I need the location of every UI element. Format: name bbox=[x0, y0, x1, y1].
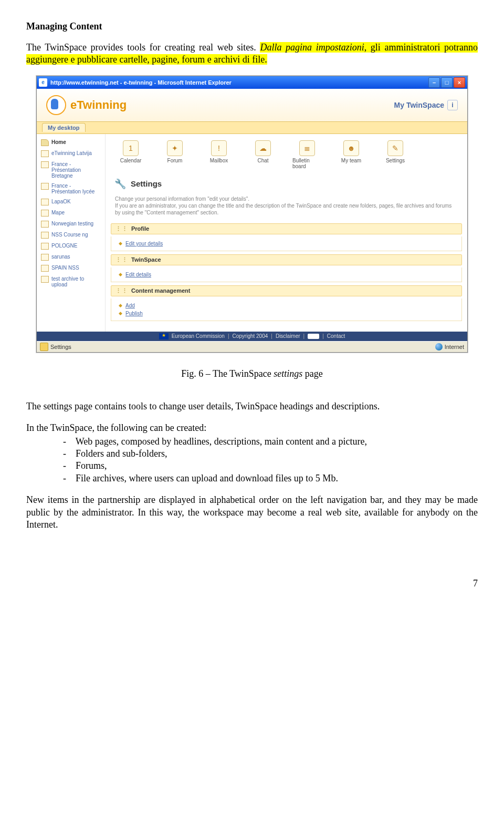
screenshot-window: e http://www.etwinning.net - e-twinning … bbox=[36, 76, 468, 353]
footer-logo-icon bbox=[308, 334, 319, 339]
my-twinspace-link[interactable]: My TwinSpace i bbox=[394, 100, 458, 110]
sidebar-item[interactable]: France - Présentation Bretagne bbox=[37, 159, 105, 181]
tool-mailbox[interactable]: !Mailbox bbox=[204, 140, 234, 169]
folder-icon bbox=[41, 232, 49, 239]
settings-heading: 🔧 Settings bbox=[111, 174, 462, 195]
section-profile-body: ◆Edit your details bbox=[111, 236, 462, 251]
tool-label: Calendar bbox=[120, 158, 142, 163]
wrench-icon: 🔧 bbox=[114, 178, 127, 190]
tool-label: Settings bbox=[386, 158, 405, 163]
settings-description: Change your personal information from "e… bbox=[111, 195, 462, 221]
sidebar-item[interactable]: sarunas bbox=[37, 252, 105, 263]
sidebar-item-home[interactable]: Home bbox=[37, 137, 105, 148]
tool-my-team[interactable]: ☻My team bbox=[337, 140, 366, 169]
content-pane: 1Calendar ✦Forum !Mailbox ☁Chat ≣Bulleti… bbox=[106, 134, 467, 332]
section-twinspace-body: ◆Edit details bbox=[111, 267, 462, 282]
bullet-item: - Folders and sub-folders, bbox=[63, 448, 478, 460]
sidebar-item[interactable]: Mape bbox=[37, 208, 105, 219]
chat-tool-icon: ☁ bbox=[255, 140, 271, 156]
logo: eTwinning bbox=[46, 95, 127, 115]
close-button[interactable]: × bbox=[454, 77, 465, 88]
calendar-icon: 1 bbox=[123, 140, 139, 156]
drag-handle-icon: ⋮⋮ bbox=[116, 256, 128, 263]
footer-disclaimer[interactable]: Disclaimer bbox=[276, 333, 300, 339]
tool-calendar[interactable]: 1Calendar bbox=[116, 140, 145, 169]
bullet-text: File archives, where users can upload an… bbox=[76, 473, 338, 483]
desc-line1: Change your personal information from "e… bbox=[115, 196, 249, 202]
bullet-intro: In the TwinSpace, the following can be c… bbox=[26, 422, 478, 434]
minimize-button[interactable]: – bbox=[428, 77, 440, 88]
figure-caption: Fig. 6 – The TwinSpace settings page bbox=[26, 368, 478, 379]
sidebar-item-label: sarunas bbox=[51, 254, 70, 260]
section-content-management: ⋮⋮Content management bbox=[111, 285, 462, 296]
sidebar-item[interactable]: NSS Course ng bbox=[37, 230, 105, 241]
my-twinspace-label: My TwinSpace bbox=[394, 101, 444, 109]
section-title: Content management bbox=[131, 287, 190, 294]
tool-settings[interactable]: ✎Settings bbox=[381, 140, 410, 169]
section-heading: Managing Content bbox=[26, 21, 478, 32]
tool-label: My team bbox=[341, 158, 361, 163]
sidebar-item[interactable]: POLOGNE bbox=[37, 241, 105, 252]
maximize-button[interactable]: □ bbox=[441, 77, 453, 88]
bullet-icon: ◆ bbox=[119, 272, 122, 277]
footer-ec: European Commission bbox=[172, 333, 225, 339]
bullet-item: - Web pages, composed by headlines, desc… bbox=[63, 436, 478, 448]
info-icon: i bbox=[447, 100, 458, 110]
page-number: 7 bbox=[26, 578, 478, 589]
sidebar-item[interactable]: Norwegian testing bbox=[37, 219, 105, 230]
bullet-list: - Web pages, composed by headlines, desc… bbox=[26, 436, 478, 485]
bullet-icon: ◆ bbox=[119, 311, 122, 316]
link-edit-details[interactable]: ◆Edit details bbox=[119, 271, 454, 279]
bullet-item: - File archives, where users can upload … bbox=[63, 472, 478, 485]
sidebar-item-label: France - Présentation lycée bbox=[51, 183, 101, 194]
home-icon bbox=[41, 139, 49, 146]
folder-icon bbox=[41, 265, 49, 272]
main-area: Home eTwinning Latvija France - Présenta… bbox=[37, 134, 467, 332]
banner: eTwinning My TwinSpace i bbox=[37, 89, 467, 122]
footer-contact[interactable]: Contact bbox=[327, 333, 345, 339]
team-icon: ☻ bbox=[343, 140, 359, 156]
sidebar-item[interactable]: LapaOK bbox=[37, 197, 105, 208]
intro-paragraph: The TwinSpace provides tools for creatin… bbox=[26, 42, 478, 66]
footer-sep: | bbox=[271, 333, 272, 339]
tool-label: Bulletin board bbox=[292, 158, 322, 169]
link-label: Edit details bbox=[125, 272, 151, 277]
section-twinspace: ⋮⋮TwinSpace bbox=[111, 254, 462, 265]
folder-icon bbox=[41, 243, 49, 250]
link-add[interactable]: ◆Add bbox=[119, 302, 454, 310]
sidebar-item[interactable]: SPAIN NSS bbox=[37, 263, 105, 274]
sidebar-item-label: Mape bbox=[51, 210, 65, 215]
section-profile: ⋮⋮Profile bbox=[111, 223, 462, 234]
window-titlebar: e http://www.etwinning.net - e-twinning … bbox=[37, 76, 467, 89]
top-tabs-bar: My desktop bbox=[37, 122, 467, 134]
section-title: Profile bbox=[131, 225, 149, 232]
tool-forum[interactable]: ✦Forum bbox=[160, 140, 190, 169]
drag-handle-icon: ⋮⋮ bbox=[116, 225, 128, 232]
logo-icon bbox=[46, 95, 66, 115]
tool-label: Mailbox bbox=[210, 158, 228, 163]
folder-icon bbox=[41, 183, 49, 190]
file-icon bbox=[41, 276, 49, 283]
sidebar-item[interactable]: France - Présentation lycée bbox=[37, 181, 105, 197]
section-content-management-body: ◆Add ◆Publish bbox=[111, 298, 462, 321]
status-text: Settings bbox=[50, 344, 71, 350]
para1-highlight-italic: Dalla pagina impostazioni bbox=[260, 42, 364, 53]
tool-bulletin-board[interactable]: ≣Bulletin board bbox=[292, 140, 322, 169]
sidebar-item[interactable]: eTwinning Latvija bbox=[37, 148, 105, 159]
link-publish[interactable]: ◆Publish bbox=[119, 310, 454, 317]
sidebar-item-label: Norwegian testing bbox=[51, 221, 93, 226]
closing-paragraph: New items in the partnership are display… bbox=[26, 494, 478, 531]
settings-tool-icon: ✎ bbox=[387, 140, 403, 156]
tab-my-desktop[interactable]: My desktop bbox=[42, 123, 86, 132]
logo-text: eTwinning bbox=[70, 98, 127, 112]
sidebar-item-label: SPAIN NSS bbox=[51, 265, 79, 271]
bullet-text: Web pages, composed by headlines, descri… bbox=[76, 436, 367, 447]
tool-label: Forum bbox=[167, 158, 183, 163]
bullet-item: - Forums, bbox=[63, 460, 478, 472]
link-edit-your-details[interactable]: ◆Edit your details bbox=[119, 240, 454, 248]
sidebar-item-label: test archive to upload bbox=[51, 276, 101, 287]
tool-chat[interactable]: ☁Chat bbox=[248, 140, 278, 169]
drag-handle-icon: ⋮⋮ bbox=[116, 287, 128, 294]
sidebar-item[interactable]: test archive to upload bbox=[37, 274, 105, 290]
folder-icon bbox=[41, 150, 49, 157]
